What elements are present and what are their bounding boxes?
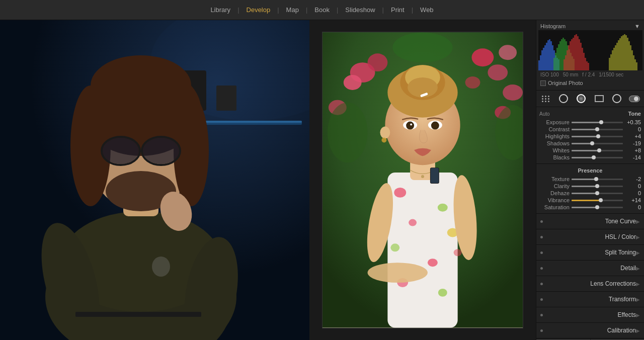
- svg-point-23: [152, 257, 170, 277]
- dehaze-value: 0: [625, 190, 641, 196]
- contrast-track[interactable]: [572, 129, 623, 130]
- lens-corrections-panel[interactable]: Lens Corrections ▶: [536, 276, 644, 292]
- svg-rect-74: [544, 45, 546, 70]
- shadows-row: Shadows -19: [539, 140, 641, 146]
- transform-panel[interactable]: Transform ▶: [536, 292, 644, 307]
- histogram-label: Histogram: [540, 23, 566, 29]
- shadows-track[interactable]: [572, 143, 623, 144]
- svg-point-45: [390, 243, 399, 251]
- exif-aperture: f / 2.4: [582, 72, 595, 77]
- histogram-expand-icon[interactable]: ▼: [634, 23, 640, 29]
- main-photo-panel: [309, 20, 536, 340]
- saturation-label: Saturation: [539, 204, 570, 210]
- detail-panel[interactable]: Detail ▶: [536, 261, 644, 276]
- svg-rect-113: [586, 61, 588, 70]
- split-toning-panel[interactable]: Split Toning ▶: [536, 245, 644, 261]
- histogram-canvas: [538, 30, 642, 70]
- nav-item-map[interactable]: Map: [279, 0, 306, 20]
- nav-item-print[interactable]: Print: [384, 0, 412, 20]
- crop-tool-icon[interactable]: [540, 93, 551, 104]
- saturation-track[interactable]: [572, 207, 623, 208]
- clarity-track[interactable]: [572, 186, 623, 187]
- svg-rect-128: [628, 41, 630, 70]
- svg-rect-126: [625, 35, 627, 70]
- svg-rect-127: [627, 38, 628, 70]
- svg-rect-105: [574, 35, 576, 70]
- dehaze-track[interactable]: [572, 193, 623, 194]
- svg-rect-130: [631, 50, 633, 70]
- svg-rect-111: [583, 53, 585, 70]
- hsl-color-panel[interactable]: HSL / Color ▶: [536, 229, 644, 245]
- svg-rect-77: [549, 39, 550, 70]
- nav-item-develop[interactable]: Develop: [239, 0, 278, 20]
- svg-rect-118: [613, 48, 615, 70]
- dehaze-row: Dehaze 0: [539, 190, 641, 196]
- vibrance-track[interactable]: [572, 200, 623, 201]
- svg-rect-71: [540, 55, 541, 70]
- nav-item-book[interactable]: Book: [307, 0, 337, 20]
- contrast-row: Contrast 0: [539, 126, 641, 132]
- tone-curve-panel[interactable]: Tone Curve ▶: [536, 214, 644, 229]
- original-photo-row: Original Photo: [538, 79, 642, 88]
- svg-rect-123: [621, 36, 622, 70]
- svg-point-54: [421, 175, 424, 178]
- video-background: [0, 20, 309, 340]
- svg-point-68: [380, 127, 390, 139]
- calibration-panel[interactable]: Calibration ▶: [536, 323, 644, 338]
- red-eye-icon[interactable]: [576, 93, 587, 104]
- presence-title: Presence: [539, 166, 641, 175]
- svg-point-16: [91, 55, 191, 116]
- svg-point-49: [438, 289, 447, 297]
- svg-rect-108: [579, 39, 580, 70]
- radial-filter-icon[interactable]: [611, 93, 622, 104]
- vibrance-value: +14: [625, 197, 641, 203]
- blacks-row: Blacks -14: [539, 154, 641, 160]
- exif-focal: 50 mm: [563, 72, 579, 77]
- svg-point-28: [368, 53, 388, 71]
- effects-panel[interactable]: Effects ▶: [536, 307, 644, 323]
- svg-rect-88: [559, 41, 561, 70]
- svg-rect-110: [582, 48, 583, 70]
- svg-rect-25: [75, 312, 201, 317]
- blacks-track[interactable]: [572, 157, 623, 158]
- shadows-label: Shadows: [539, 140, 570, 146]
- lens-label: Lens Corrections: [543, 280, 636, 287]
- original-photo-label: Original Photo: [548, 80, 583, 86]
- svg-point-30: [472, 48, 494, 66]
- highlights-track[interactable]: [572, 136, 623, 137]
- shadows-value: -19: [625, 140, 641, 146]
- exposure-track[interactable]: [572, 122, 623, 123]
- svg-rect-122: [619, 38, 621, 70]
- original-photo-checkbox[interactable]: [540, 80, 546, 86]
- lens-arrow: ▶: [636, 281, 640, 287]
- svg-rect-133: [636, 62, 637, 70]
- graduated-filter-icon[interactable]: [594, 93, 605, 104]
- blacks-label: Blacks: [539, 154, 570, 160]
- svg-rect-125: [624, 34, 625, 70]
- svg-rect-87: [558, 44, 559, 70]
- svg-point-43: [409, 219, 417, 226]
- nav-item-library[interactable]: Library: [203, 0, 237, 20]
- svg-point-33: [465, 76, 480, 89]
- hsl-arrow: ▶: [636, 234, 640, 240]
- nav-item-web[interactable]: Web: [413, 0, 441, 20]
- effects-label: Effects: [543, 311, 636, 318]
- whites-track[interactable]: [572, 150, 623, 151]
- svg-point-42: [438, 204, 448, 212]
- svg-rect-67: [431, 168, 439, 183]
- adjustment-panel: Histogram ▼: [536, 20, 644, 340]
- blacks-value: -14: [625, 154, 641, 160]
- svg-rect-99: [565, 55, 567, 70]
- svg-rect-85: [555, 53, 556, 70]
- svg-point-20: [103, 138, 139, 164]
- texture-row: Texture -2: [539, 176, 641, 182]
- texture-track[interactable]: [572, 179, 623, 180]
- tone-auto-button[interactable]: Auto: [539, 111, 550, 117]
- spot-removal-icon[interactable]: [558, 93, 569, 104]
- svg-rect-132: [634, 59, 636, 70]
- adjustment-brush-icon[interactable]: [629, 93, 640, 104]
- split-toning-arrow: ▶: [636, 250, 640, 256]
- svg-rect-89: [561, 39, 562, 70]
- nav-item-slideshow[interactable]: Slideshow: [338, 0, 382, 20]
- svg-point-41: [394, 188, 406, 198]
